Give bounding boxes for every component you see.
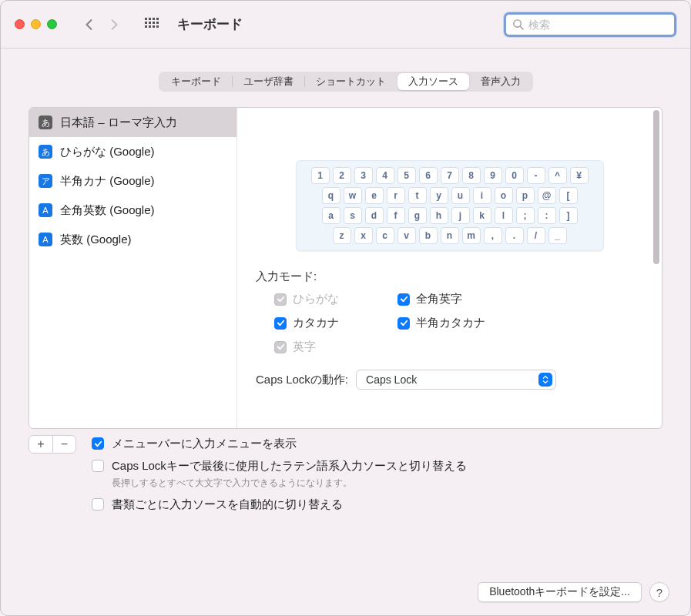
input-mode-item[interactable]: カタカナ bbox=[274, 316, 397, 330]
key: 5 bbox=[397, 167, 416, 184]
tab-0[interactable]: キーボード bbox=[160, 73, 232, 90]
input-source-item[interactable]: A英数 (Google) bbox=[29, 225, 236, 254]
checkbox-icon bbox=[274, 341, 287, 353]
select-stepper-icon bbox=[538, 373, 552, 387]
chevron-left-icon bbox=[84, 19, 95, 30]
key: b bbox=[419, 227, 438, 244]
minimize-button[interactable] bbox=[31, 19, 41, 29]
caps-lock-select[interactable]: Caps Lock bbox=[356, 370, 556, 390]
input-mode-checkboxes: ひらがな全角英字カタカナ半角カタカナ英字 bbox=[256, 292, 643, 354]
footer-option[interactable]: メニューバーに入力メニューを表示 bbox=[92, 437, 662, 451]
tab-4[interactable]: 音声入力 bbox=[470, 73, 532, 90]
footer-option[interactable]: Caps Lockキーで最後に使用したラテン語系入力ソースと切り替える bbox=[92, 459, 662, 474]
tab-1[interactable]: ユーザ辞書 bbox=[233, 73, 304, 90]
key: h bbox=[430, 207, 448, 224]
svg-rect-4 bbox=[145, 22, 147, 24]
source-badge-icon: A bbox=[39, 203, 52, 217]
tab-3[interactable]: 入力ソース bbox=[397, 73, 469, 90]
input-mode-item[interactable]: 半角カタカナ bbox=[397, 316, 552, 330]
key: l bbox=[495, 207, 513, 224]
checkbox-label: ひらがな bbox=[293, 292, 339, 306]
checkbox-icon bbox=[92, 437, 104, 450]
key: q bbox=[322, 187, 340, 204]
forward-button[interactable] bbox=[103, 14, 125, 35]
key: 8 bbox=[462, 167, 481, 184]
key: z bbox=[333, 227, 351, 244]
close-button[interactable] bbox=[15, 19, 25, 29]
checkbox-icon bbox=[274, 293, 287, 306]
grid-icon bbox=[145, 18, 159, 32]
search-field-container[interactable] bbox=[504, 12, 676, 37]
input-source-item[interactable]: あひらがな (Google) bbox=[29, 137, 236, 166]
key: @ bbox=[538, 187, 556, 204]
input-mode-item[interactable]: 全角英字 bbox=[397, 292, 552, 306]
checkbox-label: 半角カタカナ bbox=[416, 316, 485, 330]
preferences-window: キーボード キーボードユーザ辞書ショートカット入力ソース音声入力 あ日本語 – … bbox=[0, 0, 691, 616]
svg-rect-6 bbox=[153, 22, 155, 24]
key: 4 bbox=[376, 167, 394, 184]
key: k bbox=[473, 207, 491, 224]
key: ¥ bbox=[570, 167, 589, 184]
add-source-button[interactable]: + bbox=[29, 436, 52, 453]
key: 3 bbox=[354, 167, 373, 184]
key: a bbox=[322, 207, 340, 224]
input-source-item[interactable]: ア半角カナ (Google) bbox=[29, 166, 236, 196]
key: f bbox=[387, 207, 405, 224]
tabs-segmented-control[interactable]: キーボードユーザ辞書ショートカット入力ソース音声入力 bbox=[159, 72, 533, 92]
back-button[interactable] bbox=[79, 14, 100, 35]
tab-2[interactable]: ショートカット bbox=[305, 73, 397, 90]
input-source-item[interactable]: A全角英数 (Google) bbox=[29, 196, 236, 225]
key: e bbox=[365, 187, 384, 204]
key: : bbox=[538, 207, 556, 224]
svg-rect-10 bbox=[153, 25, 155, 28]
option-label: メニューバーに入力メニューを表示 bbox=[112, 437, 297, 451]
remove-source-button[interactable]: − bbox=[52, 436, 75, 453]
caps-lock-row: Caps Lockの動作: Caps Lock bbox=[256, 370, 643, 390]
input-source-list[interactable]: あ日本語 – ローマ字入力あひらがな (Google)ア半角カナ (Google… bbox=[29, 108, 237, 428]
key: 9 bbox=[484, 167, 502, 184]
input-source-item[interactable]: あ日本語 – ローマ字入力 bbox=[29, 108, 236, 137]
toolbar-title: キーボード bbox=[177, 15, 243, 33]
option-subtext: 長押しするとすべて大文字で入力できるようになります。 bbox=[112, 477, 662, 490]
svg-rect-8 bbox=[145, 25, 147, 28]
caps-lock-value: Caps Lock bbox=[366, 373, 417, 386]
footer-area: + − メニューバーに入力メニューを表示Caps Lockキーで最後に使用したラ… bbox=[29, 435, 662, 512]
key: g bbox=[408, 207, 427, 224]
key: . bbox=[505, 227, 524, 244]
key: i bbox=[473, 187, 491, 204]
key: s bbox=[344, 207, 362, 224]
checkbox-label: 全角英字 bbox=[416, 292, 462, 306]
zoom-button[interactable] bbox=[47, 19, 57, 29]
svg-line-13 bbox=[520, 26, 523, 29]
search-input[interactable] bbox=[528, 18, 668, 31]
scrollbar-thumb[interactable] bbox=[653, 110, 659, 264]
input-source-detail: 1234567890-^¥qwertyuiop@[asdfghjkl;:]zxc… bbox=[237, 108, 662, 428]
key: [ bbox=[559, 187, 578, 204]
key: ; bbox=[516, 207, 535, 224]
option-label: 書類ごとに入力ソースを自動的に切り替える bbox=[112, 497, 343, 512]
input-mode-label: 入力モード: bbox=[256, 270, 643, 284]
key: _ bbox=[548, 227, 567, 244]
source-badge-icon: ア bbox=[39, 174, 52, 188]
checkbox-icon bbox=[92, 498, 104, 511]
show-all-button[interactable] bbox=[142, 15, 162, 35]
window-titlebar: キーボード bbox=[1, 1, 690, 49]
key: p bbox=[516, 187, 535, 204]
key: u bbox=[451, 187, 470, 204]
bottom-bar: Bluetoothキーボードを設定... ? bbox=[478, 582, 669, 602]
key: / bbox=[527, 227, 545, 244]
key: 0 bbox=[505, 167, 524, 184]
keyboard-preview: 1234567890-^¥qwertyuiop@[asdfghjkl;:]zxc… bbox=[296, 160, 604, 251]
key: 2 bbox=[333, 167, 351, 184]
input-mode-item: 英字 bbox=[274, 340, 397, 354]
source-label: 全角英数 (Google) bbox=[60, 203, 155, 218]
svg-rect-3 bbox=[156, 18, 159, 20]
source-label: 半角カナ (Google) bbox=[60, 174, 155, 189]
bluetooth-keyboard-button[interactable]: Bluetoothキーボードを設定... bbox=[478, 582, 642, 602]
footer-option[interactable]: 書類ごとに入力ソースを自動的に切り替える bbox=[92, 497, 662, 512]
help-button[interactable]: ? bbox=[649, 582, 669, 602]
tab-bar: キーボードユーザ辞書ショートカット入力ソース音声入力 bbox=[1, 49, 690, 99]
checkbox-icon bbox=[274, 317, 287, 330]
key: c bbox=[376, 227, 394, 244]
key: 1 bbox=[311, 167, 330, 184]
